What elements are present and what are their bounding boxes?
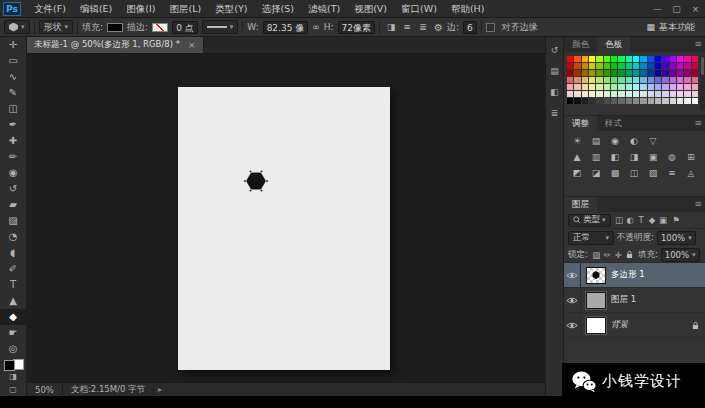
gradient-tool[interactable]: ▨ [0, 213, 27, 229]
color-swatch[interactable] [582, 56, 588, 62]
menu-item[interactable]: 类型(Y) [208, 0, 254, 18]
color-swatch[interactable] [670, 70, 676, 76]
lock-icon[interactable]: ✏ [602, 250, 613, 260]
panel-menu-icon[interactable]: ≡ [690, 116, 705, 131]
color-swatch[interactable] [648, 63, 654, 69]
color-swatch[interactable] [633, 56, 639, 62]
adjustment-icon[interactable]: ◪ [588, 167, 604, 180]
history-panel-icon[interactable]: ↺ [548, 44, 562, 56]
color-swatch[interactable] [692, 63, 698, 69]
properties-panel-icon[interactable]: ▤ [548, 65, 562, 77]
menu-item[interactable]: 图像(I) [119, 0, 162, 18]
foreground-color-swatch[interactable] [4, 360, 15, 371]
color-swatch[interactable] [596, 70, 602, 76]
panel-tab[interactable]: 样式 [597, 116, 630, 131]
menu-item[interactable]: 窗口(W) [394, 0, 444, 18]
color-swatch[interactable] [684, 77, 690, 83]
opacity-dropdown[interactable]: 100%▾ [657, 231, 696, 245]
color-swatch[interactable] [574, 56, 580, 62]
lock-icon[interactable]: ▨ [591, 250, 602, 260]
layer-row[interactable]: 图层 1 [564, 288, 705, 313]
color-swatch[interactable] [684, 98, 690, 104]
layer-row[interactable]: 多边形 1 [564, 263, 705, 288]
blur-tool[interactable]: ◔ [0, 229, 27, 245]
color-swatch[interactable] [655, 70, 661, 76]
color-swatch[interactable] [611, 56, 617, 62]
color-swatch[interactable] [662, 56, 668, 62]
adjustment-icon[interactable]: ▥ [588, 151, 604, 164]
fill-color-swatch[interactable] [107, 23, 123, 32]
color-swatch[interactable] [655, 91, 661, 97]
color-swatch[interactable] [618, 91, 624, 97]
color-swatch[interactable] [596, 84, 602, 90]
color-swatch[interactable] [648, 56, 654, 62]
panel-menu-icon[interactable]: ≡ [690, 197, 705, 212]
stroke-style-dropdown[interactable]: ▾ [202, 20, 239, 34]
color-swatch[interactable] [589, 98, 595, 104]
menu-item[interactable]: 滤镜(T) [301, 0, 347, 18]
panel-tab[interactable]: 色板 [597, 37, 630, 52]
adjustment-icon[interactable]: ⊞ [683, 151, 699, 164]
color-swatch[interactable] [655, 56, 661, 62]
adjustment-icon[interactable]: ◐ [626, 135, 642, 148]
color-swatch[interactable] [626, 77, 632, 83]
layer-filter-icon[interactable]: ◫ [614, 215, 625, 225]
color-swatch[interactable] [618, 77, 624, 83]
color-swatch[interactable] [574, 98, 580, 104]
color-swatch[interactable] [567, 77, 573, 83]
color-swatch[interactable] [567, 63, 573, 69]
adjustment-icon[interactable]: ▤ [588, 135, 604, 148]
color-swatch[interactable] [626, 91, 632, 97]
color-swatch[interactable] [655, 84, 661, 90]
eraser-tool[interactable]: ▰ [0, 197, 27, 213]
stroke-color-swatch[interactable] [152, 23, 168, 32]
clone-stamp-tool[interactable]: ◉ [0, 165, 27, 181]
menu-item[interactable]: 帮助(H) [444, 0, 492, 18]
color-swatch[interactable] [611, 98, 617, 104]
color-swatch[interactable] [648, 77, 654, 83]
lock-all-icon[interactable] [624, 250, 635, 260]
color-swatch[interactable] [633, 98, 639, 104]
color-swatch[interactable] [692, 84, 698, 90]
document-canvas[interactable] [178, 87, 390, 370]
color-swatch[interactable] [582, 70, 588, 76]
color-swatch[interactable] [589, 77, 595, 83]
visibility-eye-icon[interactable] [564, 263, 581, 287]
canvas-area[interactable] [27, 54, 545, 382]
lock-icon[interactable]: ✛ [613, 250, 624, 260]
color-swatch[interactable] [589, 56, 595, 62]
color-swatch[interactable] [604, 91, 610, 97]
adjustment-icon[interactable]: ◬ [683, 167, 699, 180]
color-swatch[interactable] [670, 84, 676, 90]
color-swatch[interactable] [655, 77, 661, 83]
color-swatch[interactable] [611, 91, 617, 97]
color-swatch[interactable] [684, 56, 690, 62]
character-panel-icon[interactable]: ≣ [548, 107, 562, 119]
menu-item[interactable]: 编辑(E) [73, 0, 119, 18]
color-swatch[interactable] [670, 98, 676, 104]
color-swatch[interactable] [655, 63, 661, 69]
color-swatch[interactable] [640, 84, 646, 90]
color-swatch[interactable] [574, 91, 580, 97]
adjustment-icon[interactable]: ☀ [569, 135, 585, 148]
color-swatch[interactable] [662, 70, 668, 76]
color-swatch[interactable] [662, 84, 668, 90]
color-swatch[interactable] [684, 63, 690, 69]
color-swatch[interactable] [670, 56, 676, 62]
swatches-scrollbar[interactable] [700, 55, 705, 111]
layer-thumbnail[interactable] [586, 292, 606, 309]
menu-item[interactable]: 选择(S) [254, 0, 300, 18]
color-swatch[interactable] [604, 70, 610, 76]
color-swatch[interactable] [582, 84, 588, 90]
color-swatch[interactable] [567, 84, 573, 90]
color-swatch[interactable] [633, 91, 639, 97]
path-operations-button[interactable]: ◨ [384, 22, 398, 32]
color-swatch[interactable] [677, 70, 683, 76]
color-swatch[interactable] [574, 77, 580, 83]
adjustment-icon[interactable]: ≡ [664, 167, 680, 180]
color-swatch[interactable] [640, 77, 646, 83]
color-swatch[interactable] [618, 84, 624, 90]
filter-flag-icon[interactable]: ⚑ [673, 215, 681, 225]
quick-selection-tool[interactable]: ✎ [0, 85, 27, 101]
color-swatch[interactable] [626, 70, 632, 76]
